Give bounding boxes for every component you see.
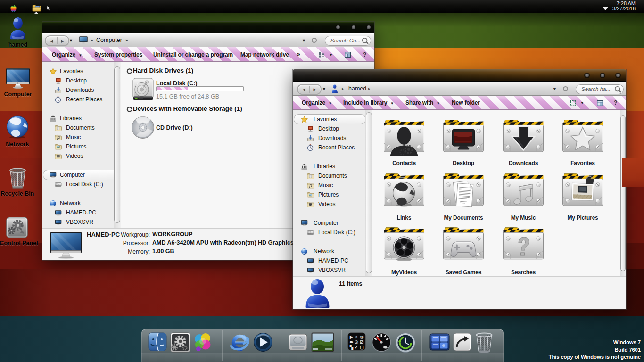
svg-text:♫: ♫ <box>355 335 358 339</box>
svg-text:▚: ▚ <box>349 345 354 350</box>
svg-text:☑: ☑ <box>360 340 363 345</box>
svg-text:@: @ <box>360 335 364 339</box>
svg-text:✏: ✏ <box>350 340 354 345</box>
svg-text:▢: ▢ <box>360 345 364 350</box>
svg-text:▶: ▶ <box>349 335 354 339</box>
svg-text:☉: ☉ <box>355 340 358 345</box>
svg-text:✓: ✓ <box>355 345 358 350</box>
